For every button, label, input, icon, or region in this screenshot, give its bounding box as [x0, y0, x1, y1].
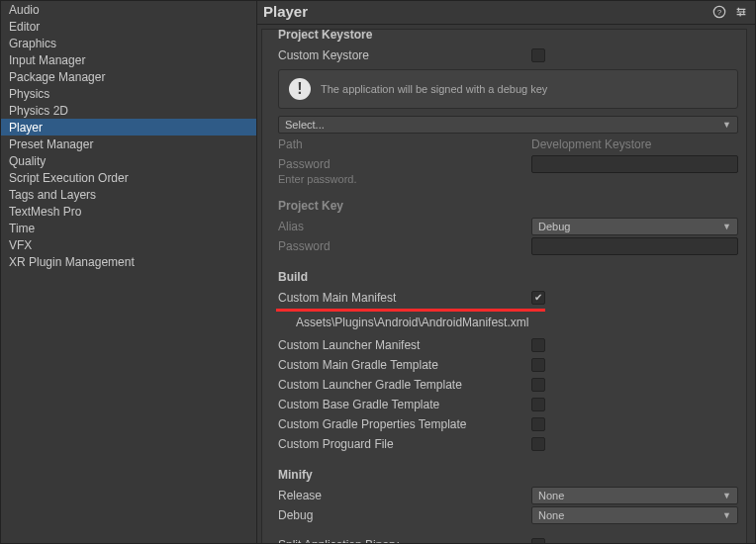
checkbox-custom-main-manifest[interactable] — [531, 291, 545, 305]
sidebar-item-quality[interactable]: Quality — [1, 152, 256, 169]
section-project-keystore: Project Keystore — [278, 28, 738, 42]
sidebar-item-player[interactable]: Player — [1, 119, 256, 136]
value-manifest-path: Assets\Plugins\Android\AndroidManifest.x… — [278, 308, 738, 335]
input-keystore-password[interactable] — [531, 155, 738, 173]
section-project-key: Project Key — [278, 199, 738, 213]
checkbox-custom-main-gradle[interactable] — [531, 358, 545, 372]
dropdown-alias-value: Debug — [538, 221, 570, 232]
checkbox-custom-gradle-properties[interactable] — [531, 417, 545, 431]
info-debug-key: ! The application will be signed with a … — [278, 69, 738, 109]
sidebar-item-script-execution-order[interactable]: Script Execution Order — [1, 169, 256, 186]
checkbox-split-application-binary[interactable] — [531, 538, 545, 543]
sidebar-item-graphics[interactable]: Graphics — [1, 35, 256, 51]
checkbox-custom-proguard[interactable] — [531, 437, 545, 451]
sidebar-item-physics[interactable]: Physics — [1, 85, 256, 102]
sidebar-item-input-manager[interactable]: Input Manager — [1, 51, 256, 68]
sidebar-item-textmesh-pro[interactable]: TextMesh Pro — [1, 203, 256, 220]
info-icon: ! — [289, 78, 311, 100]
checkbox-custom-launcher-manifest[interactable] — [531, 338, 545, 352]
hint-keystore-password: Enter password. — [278, 173, 738, 185]
label-custom-proguard: Custom Proguard File — [278, 436, 531, 452]
label-custom-main-manifest: Custom Main Manifest — [278, 290, 531, 306]
sidebar-item-preset-manager[interactable]: Preset Manager — [1, 136, 256, 152]
sidebar-item-physics-2d[interactable]: Physics 2D — [1, 102, 256, 119]
chevron-down-icon: ▼ — [722, 120, 731, 130]
label-custom-base-gradle: Custom Base Gradle Template — [278, 397, 531, 412]
checkbox-custom-launcher-gradle[interactable] — [531, 378, 545, 392]
checkbox-custom-base-gradle[interactable] — [531, 398, 545, 411]
chevron-down-icon: ▼ — [722, 222, 731, 231]
sidebar-item-time[interactable]: Time — [1, 220, 256, 236]
label-custom-launcher-manifest: Custom Launcher Manifest — [278, 337, 531, 353]
section-minify: Minify — [278, 468, 738, 482]
dropdown-keystore-select-label: Select... — [285, 119, 325, 131]
dropdown-minify-release[interactable]: None ▼ — [531, 487, 738, 504]
settings-category-list: Audio Editor Graphics Input Manager Pack… — [1, 1, 256, 543]
dropdown-minify-debug[interactable]: None ▼ — [531, 506, 738, 524]
help-icon[interactable]: ? — [711, 4, 727, 20]
dropdown-alias[interactable]: Debug ▼ — [531, 218, 738, 235]
label-custom-keystore: Custom Keystore — [278, 47, 531, 63]
dropdown-keystore-select[interactable]: Select... ▼ — [278, 116, 738, 134]
page-title: Player — [263, 3, 711, 20]
label-custom-gradle-properties: Custom Gradle Properties Template — [278, 416, 531, 432]
dropdown-minify-debug-value: None — [538, 509, 564, 521]
section-build: Build — [278, 270, 738, 284]
svg-text:?: ? — [717, 8, 722, 17]
sidebar-item-xr-plugin-management[interactable]: XR Plugin Management — [1, 253, 256, 270]
input-projectkey-password[interactable] — [531, 237, 738, 255]
sidebar-item-editor[interactable]: Editor — [1, 18, 256, 35]
chevron-down-icon: ▼ — [722, 510, 731, 520]
label-minify-debug: Debug — [278, 507, 531, 523]
label-custom-main-gradle: Custom Main Gradle Template — [278, 357, 531, 373]
label-minify-release: Release — [278, 488, 531, 503]
checkbox-custom-keystore[interactable] — [531, 48, 545, 62]
info-text: The application will be signed with a de… — [321, 83, 547, 95]
label-alias: Alias — [278, 219, 531, 234]
value-keystore-path: Development Keystore — [531, 137, 651, 151]
label-custom-launcher-gradle: Custom Launcher Gradle Template — [278, 377, 531, 393]
label-split-application-binary: Split Application Binary — [278, 537, 531, 543]
label-keystore-password: Password — [278, 156, 531, 172]
dropdown-minify-release-value: None — [538, 490, 564, 501]
settings-icon[interactable] — [733, 4, 749, 20]
label-projectkey-password: Password — [278, 238, 531, 254]
chevron-down-icon: ▼ — [722, 491, 731, 500]
sidebar-item-tags-and-layers[interactable]: Tags and Layers — [1, 186, 256, 203]
sidebar-item-audio[interactable]: Audio — [1, 1, 256, 18]
sidebar-item-package-manager[interactable]: Package Manager — [1, 68, 256, 85]
label-keystore-path: Path — [278, 136, 531, 152]
panel-header: Player ? — [257, 1, 755, 25]
sidebar-item-vfx[interactable]: VFX — [1, 236, 256, 253]
